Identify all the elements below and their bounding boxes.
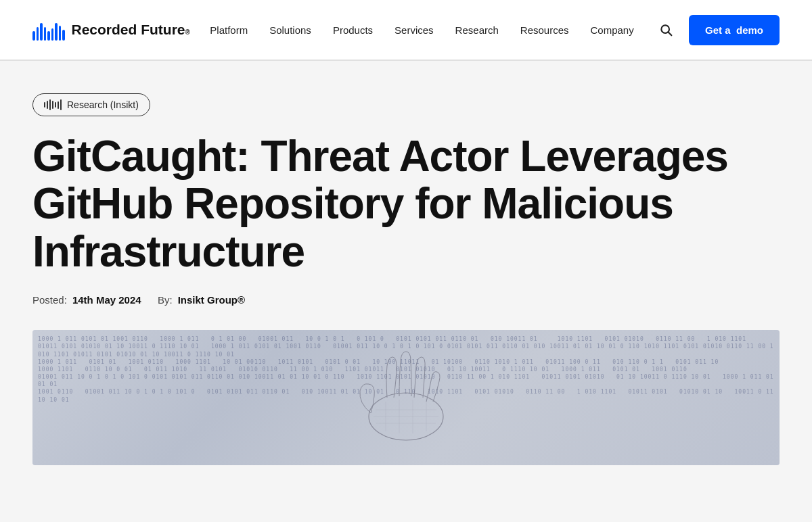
logo[interactable]: Recorded Future ® — [32, 19, 190, 41]
logo-name: Recorded Future ® — [72, 22, 190, 37]
search-icon — [659, 23, 673, 37]
category-badge-label: Research (Insikt) — [67, 99, 139, 110]
nav-resources[interactable]: Resources — [511, 19, 579, 41]
meta-separator — [147, 294, 152, 306]
logo-bar-4 — [44, 27, 47, 41]
logo-name-text: Recorded Future — [72, 22, 185, 37]
article-title: GitCaught: Threat Actor Leverages GitHub… — [32, 133, 743, 275]
badge-bar-2 — [47, 101, 48, 109]
logo-bar-7 — [55, 23, 58, 41]
search-button[interactable] — [654, 18, 678, 42]
logo-bar-2 — [37, 27, 39, 41]
nav-services[interactable]: Services — [385, 19, 443, 41]
get-demo-button[interactable]: Get a demo — [689, 15, 780, 45]
main-content: Research (Insikt) GitCaught: Threat Acto… — [0, 61, 812, 465]
header-right: Get a demo — [654, 15, 780, 45]
post-meta: Posted: 14th May 2024 By: Insikt Group® — [32, 294, 780, 306]
post-date: 14th May 2024 — [72, 294, 141, 306]
logo-bar-6 — [51, 28, 54, 41]
logo-bar-3 — [40, 23, 43, 41]
badge-bar-7 — [60, 99, 62, 110]
site-header: Recorded Future ® Platform Solutions Pro… — [0, 0, 812, 61]
demo-btn-prefix: Get a — [705, 24, 731, 36]
post-author: Insikt Group® — [178, 294, 245, 306]
logo-bars-icon — [32, 19, 65, 41]
nav-products[interactable]: Products — [323, 19, 382, 41]
nav-solutions[interactable]: Solutions — [260, 19, 321, 41]
nav-company[interactable]: Company — [581, 19, 644, 41]
nav-platform[interactable]: Platform — [200, 19, 257, 41]
logo-text-group: Recorded Future ® — [72, 22, 190, 37]
demo-btn-highlight: demo — [736, 24, 763, 36]
nav-research[interactable]: Research — [446, 19, 508, 41]
badge-icon — [44, 99, 62, 110]
badge-bar-4 — [52, 101, 53, 109]
logo-bar-5 — [47, 31, 50, 41]
logo-bar-9 — [62, 30, 65, 41]
logo-registered: ® — [185, 28, 190, 36]
hero-image-inner: 1000 1 011 0101 01 1001 0110 1000 1 011 … — [32, 330, 780, 465]
logo-bar-8 — [59, 26, 62, 41]
main-nav: Platform Solutions Products Services Res… — [200, 19, 643, 41]
hero-hand-illustration — [311, 342, 501, 453]
hero-image: 1000 1 011 0101 01 1001 0110 1000 1 011 … — [32, 330, 780, 465]
badge-bar-5 — [55, 102, 56, 108]
logo-bar-1 — [32, 31, 35, 41]
category-badge[interactable]: Research (Insikt) — [32, 93, 150, 116]
badge-bar-1 — [44, 102, 45, 108]
by-label: By: — [158, 294, 173, 306]
badge-bar-6 — [58, 101, 59, 109]
hand-svg — [311, 342, 501, 450]
svg-line-1 — [669, 32, 672, 36]
badge-bar-3 — [49, 99, 51, 110]
posted-label: Posted: — [32, 294, 67, 306]
